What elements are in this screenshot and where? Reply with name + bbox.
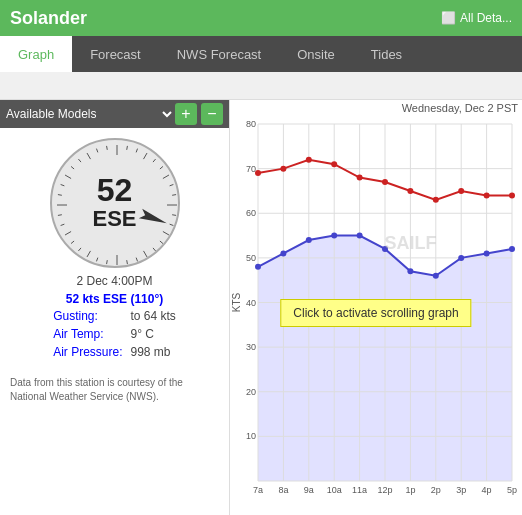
svg-line-15: [143, 251, 147, 257]
header: Solander ⬜ All Deta...: [0, 0, 522, 36]
svg-line-33: [87, 153, 91, 159]
air-pressure-label: Air Pressure:: [50, 344, 125, 360]
svg-line-7: [169, 184, 173, 185]
tab-graph[interactable]: Graph: [0, 36, 72, 72]
data-note: Data from this station is courtesy of th…: [0, 368, 229, 404]
wind-details-table: Gusting: to 64 kts Air Temp: 9° C Air Pr…: [48, 306, 181, 362]
svg-line-16: [136, 258, 137, 262]
svg-line-2: [136, 149, 137, 153]
right-panel[interactable]: Wednesday, Dec 2 PST Click to activate s…: [230, 100, 522, 515]
graph-overlay[interactable]: Click to activate scrolling graph: [280, 299, 471, 327]
gusting-value: to 64 kts: [128, 308, 179, 324]
svg-line-3: [143, 153, 147, 159]
tab-onsite[interactable]: Onsite: [279, 36, 353, 72]
svg-line-30: [65, 175, 71, 179]
svg-line-22: [78, 248, 81, 251]
svg-line-6: [162, 175, 168, 179]
svg-line-14: [152, 248, 155, 251]
models-controls: + −: [175, 103, 223, 125]
svg-line-13: [159, 241, 162, 244]
tab-tides[interactable]: Tides: [353, 36, 420, 72]
svg-line-8: [172, 195, 176, 196]
all-details-label: All Deta...: [460, 11, 512, 25]
svg-line-25: [60, 224, 64, 225]
svg-line-10: [172, 215, 176, 216]
svg-line-29: [60, 184, 64, 185]
compass-area: // Will be drawn by JS below 52 ESE 2 De…: [0, 128, 229, 368]
svg-line-4: [152, 159, 155, 162]
toolbar: [0, 72, 522, 100]
svg-line-32: [78, 159, 81, 162]
wind-datetime: 2 Dec 4:00PM: [48, 274, 181, 288]
svg-line-26: [57, 215, 61, 216]
air-pressure-value: 998 mb: [128, 344, 179, 360]
models-select[interactable]: [155, 106, 175, 122]
main-content: Available Models + − // Will be drawn by…: [0, 100, 522, 515]
nav-tabs: Graph Forecast NWS Forecast Onsite Tides: [0, 36, 522, 72]
add-model-button[interactable]: +: [175, 103, 197, 125]
svg-line-31: [71, 166, 74, 169]
svg-line-28: [57, 195, 61, 196]
gusting-label: Gusting:: [50, 308, 125, 324]
models-label: Available Models: [6, 107, 155, 121]
svg-line-11: [169, 224, 173, 225]
tab-forecast[interactable]: Forecast: [72, 36, 159, 72]
svg-line-5: [159, 166, 162, 169]
air-temp-value: 9° C: [128, 326, 179, 342]
left-panel: Available Models + − // Will be drawn by…: [0, 100, 230, 515]
svg-line-21: [87, 251, 91, 257]
wind-info: 2 Dec 4:00PM 52 kts ESE (110°) Gusting: …: [48, 274, 181, 362]
svg-line-34: [96, 149, 97, 153]
compass-arrow: [138, 209, 168, 228]
svg-line-20: [96, 258, 97, 262]
svg-line-23: [71, 241, 74, 244]
svg-line-12: [162, 232, 168, 236]
wind-speed-detail: 52 kts ESE (110°): [48, 292, 181, 306]
graph-container[interactable]: Click to activate scrolling graph: [230, 114, 522, 511]
all-details-link[interactable]: ⬜ All Deta...: [441, 11, 512, 25]
svg-line-17: [126, 260, 127, 264]
remove-model-button[interactable]: −: [201, 103, 223, 125]
compass-svg: // Will be drawn by JS below: [52, 140, 182, 270]
external-link-icon: ⬜: [441, 11, 456, 25]
compass: // Will be drawn by JS below 52 ESE: [50, 138, 180, 268]
models-bar: Available Models + −: [0, 100, 229, 128]
svg-line-35: [106, 146, 107, 150]
site-title: Solander: [10, 8, 87, 29]
svg-line-24: [65, 232, 71, 236]
graph-date: Wednesday, Dec 2 PST: [230, 100, 522, 114]
svg-line-19: [106, 260, 107, 264]
air-temp-label: Air Temp:: [50, 326, 125, 342]
svg-line-1: [126, 146, 127, 150]
tab-nws-forecast[interactable]: NWS Forecast: [159, 36, 280, 72]
